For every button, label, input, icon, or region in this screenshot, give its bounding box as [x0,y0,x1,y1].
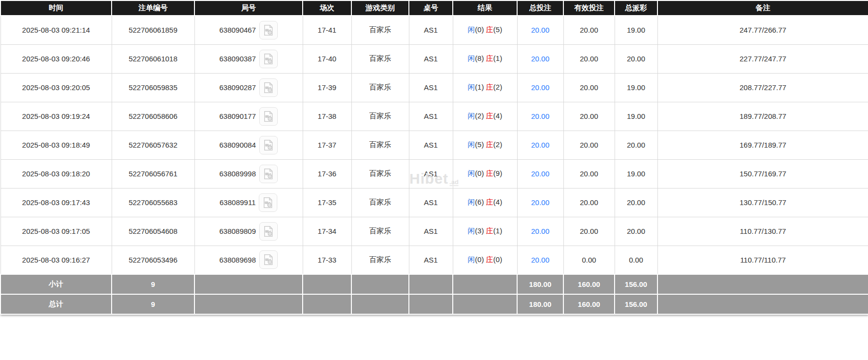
header-game-type: 游戏类别 [351,0,409,16]
cell-remark: 227.77/247.77 [657,44,868,73]
cell-payout: 20.00 [615,131,657,159]
total-bet-link[interactable]: 20.00 [531,141,550,149]
cell-bet-id: 522706058606 [112,102,194,131]
cell-remark: 110.77/130.77 [657,217,868,246]
total-valid-bet: 160.00 [563,294,615,314]
result-zhuang-label: 庄 [486,169,493,177]
cell-result: 闲(2) 庄(4) [453,102,517,131]
total-total-bet: 180.00 [517,294,563,314]
result-xian-value: (6) [475,198,484,206]
total-row: 总计 9 180.00 160.00 156.00 [0,294,868,314]
cell-session: 17-38 [303,102,351,131]
cell-bet-id: 522706056761 [112,159,194,188]
cell-result: 闲(3) 庄(1) [453,217,517,246]
result-xian-label: 闲 [468,54,475,62]
video-replay-button[interactable] [259,78,278,97]
header-bet-id: 注单编号 [112,0,194,16]
cell-result: 闲(0) 庄(0) [453,246,517,274]
cell-result: 闲(5) 庄(2) [453,131,517,159]
cell-time: 2025-08-03 09:18:49 [0,131,112,159]
cell-time: 2025-08-03 09:18:20 [0,159,112,188]
cell-session: 17-40 [303,44,351,73]
cell-round-id: 638089911 [194,188,303,217]
video-replay-button[interactable] [259,193,277,212]
cell-bet-id: 522706061018 [112,44,194,73]
result-zhuang-label: 庄 [486,112,493,120]
total-bet-link[interactable]: 20.00 [531,256,550,264]
result-xian-label: 闲 [468,83,475,91]
cell-payout: 19.00 [615,16,657,44]
round-id-value: 638090177 [219,112,256,120]
cell-round-id: 638090467 [194,16,303,44]
cell-valid-bet: 20.00 [563,44,615,73]
result-xian-value: (0) [475,25,484,34]
total-bet-link[interactable]: 20.00 [531,83,550,92]
total-bet-link[interactable]: 20.00 [531,198,550,207]
result-zhuang-label: 庄 [486,83,493,91]
total-bet-link[interactable]: 20.00 [531,55,550,63]
footer-empty-cell [453,274,517,294]
cell-remark: 150.77/169.77 [657,159,868,188]
video-replay-button[interactable] [259,50,278,68]
result-xian-value: (3) [475,227,484,235]
cell-table-no: AS1 [409,73,453,102]
footer-empty-cell [409,294,453,314]
cell-round-id: 638089998 [194,159,303,188]
header-total-bet: 总投注 [517,0,563,16]
cell-valid-bet: 20.00 [563,217,615,246]
footer-empty-cell [409,274,453,294]
video-replay-button[interactable] [259,107,278,126]
cell-valid-bet: 20.00 [563,73,615,102]
cell-round-id: 638089698 [194,246,303,274]
cell-game-type: 百家乐 [351,188,409,217]
header-valid-bet: 有效投注 [563,0,615,16]
video-file-icon [262,53,275,65]
video-replay-button[interactable] [259,165,278,183]
cell-valid-bet: 20.00 [563,16,615,44]
cell-round-id: 638090387 [194,44,303,73]
cell-session: 17-41 [303,16,351,44]
subtotal-row: 小计 9 180.00 160.00 156.00 [0,274,868,294]
cell-game-type: 百家乐 [351,217,409,246]
result-zhuang-value: (4) [493,112,502,120]
cell-round-id: 638090084 [194,131,303,159]
header-payout: 总派彩 [615,0,657,16]
result-xian-value: (0) [475,255,484,264]
subtotal-total-bet: 180.00 [517,274,563,294]
cell-payout: 19.00 [615,102,657,131]
cell-result: 闲(8) 庄(1) [453,44,517,73]
cell-remark: 189.77/208.77 [657,102,868,131]
cell-remark: 130.77/150.77 [657,188,868,217]
result-xian-value: (8) [475,54,484,62]
cell-game-type: 百家乐 [351,159,409,188]
table-row: 2025-08-03 09:17:43 522706055683 6380899… [0,188,868,217]
cell-payout: 20.00 [615,44,657,73]
total-bet-link[interactable]: 20.00 [531,227,550,235]
video-file-icon [262,225,275,238]
table-row: 2025-08-03 09:20:05 522706059835 6380902… [0,73,868,102]
result-zhuang-value: (1) [493,54,502,62]
footer-empty-cell [351,294,409,314]
total-bet-link[interactable]: 20.00 [531,112,550,120]
round-id-value: 638090467 [219,26,256,34]
cell-payout: 0.00 [615,246,657,274]
video-replay-button[interactable] [259,21,278,39]
video-replay-button[interactable] [259,136,278,154]
total-bet-link[interactable]: 20.00 [531,26,550,34]
round-id-value: 638089809 [219,227,256,235]
cell-total-bet: 20.00 [517,246,563,274]
cell-table-no: AS1 [409,188,453,217]
cell-round-id: 638089809 [194,217,303,246]
footer-empty-cell [194,294,303,314]
total-bet-link[interactable]: 20.00 [531,170,550,178]
cell-round-id: 638090177 [194,102,303,131]
round-id-value: 638090084 [219,141,256,149]
table-body: 2025-08-03 09:21:14 522706061859 6380904… [0,16,868,274]
video-replay-button[interactable] [259,222,278,241]
table-row: 2025-08-03 09:19:24 522706058606 6380901… [0,102,868,131]
video-replay-button[interactable] [259,250,278,269]
table-row: 2025-08-03 09:21:14 522706061859 6380904… [0,16,868,44]
footer-empty-cell [453,294,517,314]
header-round-id: 局号 [194,0,303,16]
round-id-value: 638089698 [219,256,256,264]
